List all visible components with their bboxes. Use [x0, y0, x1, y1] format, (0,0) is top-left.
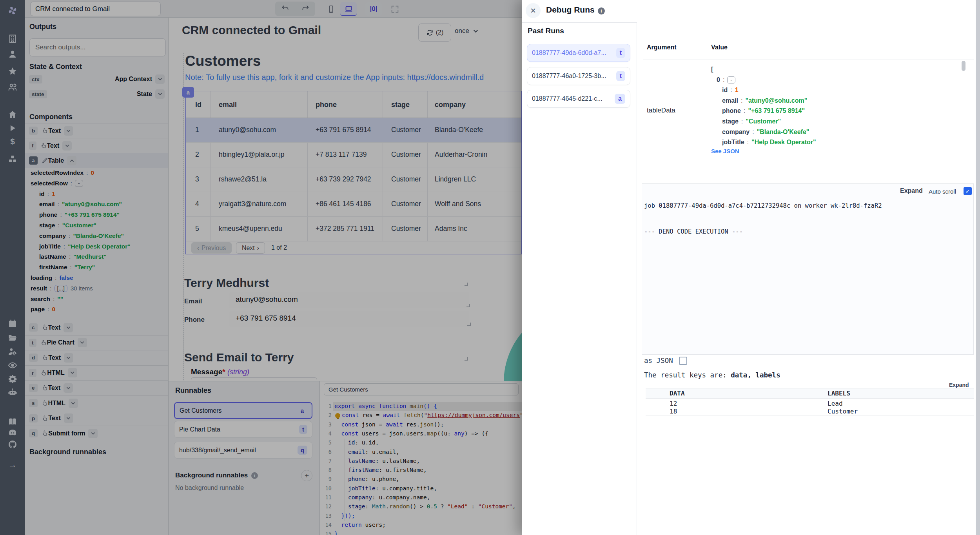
code-line[interactable]: firstName: u.firstName, — [334, 466, 427, 475]
json-scrollbar-thumb[interactable] — [962, 61, 965, 71]
component-row-e[interactable]: eText — [25, 380, 169, 395]
code-line[interactable]: phone: u.phone, — [334, 475, 399, 484]
discord-icon[interactable] — [0, 426, 25, 439]
component-row-r[interactable]: rHTML — [25, 365, 169, 380]
component-row-b[interactable]: bText — [25, 123, 169, 138]
undo-icon[interactable] — [281, 4, 289, 14]
arrow-right-icon[interactable]: → — [0, 458, 25, 472]
chevron-down-icon[interactable] — [68, 368, 77, 377]
next-page-button[interactable]: Next› — [236, 242, 265, 254]
chevron-down-icon[interactable] — [62, 141, 72, 151]
fullscreen-button[interactable] — [387, 2, 402, 16]
log-expand-link[interactable]: Expand — [900, 187, 923, 194]
search-outputs-input[interactable] — [29, 38, 166, 56]
building-icon[interactable] — [0, 32, 25, 45]
context-row-state[interactable]: stateState — [25, 88, 169, 100]
chevron-down-icon[interactable] — [64, 413, 73, 423]
chevron-down-icon[interactable] — [155, 74, 165, 84]
calendar-icon[interactable] — [0, 317, 25, 330]
runnable-item[interactable]: hub/338/gmail/_send_emailq — [174, 442, 312, 459]
code-line[interactable]: })); — [334, 511, 355, 520]
user-gear-icon[interactable] — [0, 345, 25, 358]
past-run-card[interactable]: 01887777-46a0-1725-3b...t — [527, 67, 630, 85]
customers-table[interactable]: idemailphonestagecompany1atuny0@sohu.com… — [185, 91, 522, 254]
component-type: Pie Chart — [47, 339, 74, 346]
dollar-icon[interactable]: $ — [0, 135, 25, 148]
add-background-runnable-button[interactable]: + — [301, 470, 312, 481]
home-icon[interactable] — [0, 108, 25, 121]
component-row-d[interactable]: dText — [25, 350, 169, 365]
chevron-down-icon[interactable] — [88, 429, 98, 438]
code-line[interactable]: email: u.email, — [334, 448, 399, 457]
code-line[interactable]: const res = await fetch("https://dummyjs… — [342, 411, 522, 420]
see-json-link[interactable]: See JSON — [711, 148, 739, 154]
component-row-t[interactable]: tPie Chart — [25, 335, 169, 350]
windmill-logo-icon[interactable] — [0, 4, 25, 17]
runnable-item[interactable]: Get Customersa — [174, 402, 312, 419]
redo-icon[interactable] — [301, 4, 309, 14]
gear-icon[interactable] — [0, 372, 25, 386]
github-icon[interactable] — [0, 438, 25, 451]
refresh-button[interactable]: (2) — [418, 24, 451, 42]
code-line[interactable]: stage: Math.random() > 0.5 ? "Lead" : "C… — [334, 502, 516, 511]
table-row[interactable]: 3rshawe2@51.la+63 739 292 7942CustomerLi… — [186, 167, 521, 192]
table-row[interactable]: 1atuny0@sohu.com+63 791 675 8914Customer… — [186, 118, 521, 143]
app-title-input[interactable] — [30, 2, 161, 16]
outputs-panel: Outputs State & Context ctxApp Contextst… — [25, 18, 169, 535]
table-row[interactable]: 5kmeus4@upenn.edu+372 285 771 1911Custom… — [186, 217, 521, 241]
resize-corner[interactable] — [466, 304, 470, 307]
table-row[interactable]: 2hbingley1@plala.or.jp+7 813 117 7139Cus… — [186, 143, 521, 167]
mobile-view-button[interactable] — [323, 2, 338, 16]
context-row-ctx[interactable]: ctxApp Context — [25, 73, 169, 85]
code-line[interactable]: lastName: u.lastName, — [334, 457, 420, 466]
resize-corner[interactable] — [465, 283, 468, 286]
code-line[interactable]: export async function main() { — [334, 402, 437, 411]
component-row-f[interactable]: fText — [25, 138, 169, 153]
cubes-icon[interactable] — [0, 152, 25, 166]
chevron-down-icon[interactable] — [69, 399, 78, 408]
table-row[interactable]: 4yraigatt3@nature.com+86 461 145 4186Cus… — [186, 192, 521, 217]
robot-icon[interactable] — [0, 386, 25, 399]
chevron-down-icon[interactable] — [64, 323, 73, 332]
resize-corner[interactable] — [465, 357, 468, 361]
code-line[interactable]: const json = await res.json(); — [334, 420, 444, 429]
code-line[interactable]: } — [334, 530, 338, 535]
desktop-view-button[interactable] — [340, 2, 357, 16]
runnable-name-input[interactable] — [324, 383, 519, 395]
code-line[interactable]: id: u.id, — [334, 438, 379, 447]
as-json-checkbox[interactable] — [679, 357, 687, 365]
past-run-card[interactable]: 01887777-4645-d221-c...a — [527, 90, 630, 108]
autoscroll-checkbox[interactable]: ✓ — [964, 187, 972, 195]
component-row-c[interactable]: cText — [25, 320, 169, 335]
chevron-up-icon[interactable] — [67, 156, 76, 165]
eye-icon[interactable] — [0, 359, 25, 372]
user-icon[interactable] — [0, 47, 25, 61]
code-line[interactable]: const users = json.users.map((u: any) =>… — [334, 429, 488, 438]
component-row-s[interactable]: sHTML — [25, 395, 169, 410]
chevron-down-icon[interactable] — [64, 383, 73, 393]
result-expand-link[interactable]: Expand — [949, 382, 969, 388]
code-line[interactable]: company: u.company.name, — [334, 493, 430, 502]
play-icon[interactable] — [0, 122, 25, 135]
component-row-q[interactable]: qSubmit form — [25, 426, 169, 441]
chevron-down-icon[interactable] — [64, 126, 73, 136]
chevron-down-icon[interactable] — [155, 89, 165, 99]
zero-width-button[interactable]: |0| — [365, 2, 382, 16]
previous-page-button[interactable]: ‹Previous — [191, 242, 232, 254]
resize-corner[interactable] — [467, 323, 471, 326]
star-icon[interactable] — [0, 65, 25, 78]
close-icon[interactable]: × — [526, 3, 541, 18]
code-line[interactable]: return users; — [334, 520, 386, 530]
folder-icon[interactable] — [0, 331, 25, 345]
runnable-item[interactable]: Pie Chart Datat — [174, 421, 312, 438]
code-line[interactable]: jobTitle: u.company.title, — [334, 484, 437, 493]
component-row-a[interactable]: aTable — [25, 153, 169, 168]
schedule-dropdown[interactable]: once — [455, 27, 478, 35]
component-row-p[interactable]: pText — [25, 411, 169, 426]
past-run-card[interactable]: 01887777-49da-6d0d-a7...t — [527, 44, 630, 62]
drawer-scrollbar[interactable] — [976, 0, 980, 535]
chevron-down-icon[interactable] — [64, 353, 73, 363]
chevron-down-icon[interactable] — [78, 338, 87, 347]
user-group-icon[interactable] — [0, 80, 25, 94]
lightbulb-icon[interactable] — [335, 413, 340, 418]
